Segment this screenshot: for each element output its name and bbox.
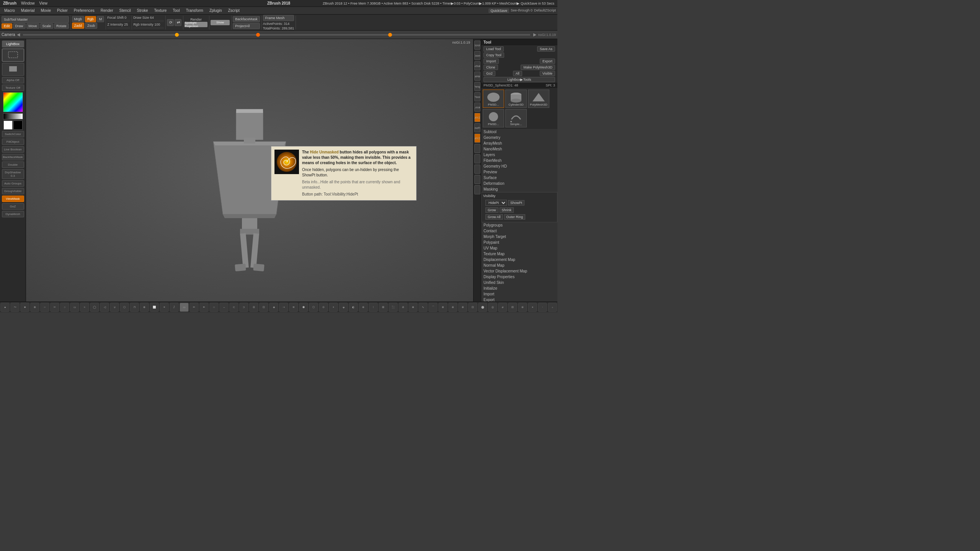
bt-cst2[interactable]: ⊛ [448,303,457,312]
drpshadow-btn[interactable]: DrpShadow 0.3 [2,169,24,179]
menu-picker[interactable]: Picker [54,8,70,13]
app-name[interactable]: ZBrush [3,1,16,5]
nanomesh-section[interactable]: NanoMesh [481,146,557,152]
symmetry-icon2[interactable]: ⇄ [175,19,181,26]
menu-material[interactable]: Material [18,8,38,13]
import-btn[interactable]: Import [483,59,499,64]
m-btn[interactable]: M [97,16,105,22]
backface-mask-btn[interactable]: BackfaceMask [2,154,24,160]
unified-skin-section[interactable]: Unified Skin [481,280,557,285]
dyna-mesh-btn[interactable]: DynaMesh [2,211,24,217]
mrgb-btn[interactable]: Mrgb [72,16,85,22]
select-rect-btn[interactable] [2,49,24,62]
bt-curvebridge[interactable]: ⌣ [219,303,229,312]
thumb-cylinder[interactable]: Cylinder3D [505,90,527,108]
bt-smear[interactable]: ⇢ [279,303,288,312]
rotate-btn[interactable]: Rotate [54,23,69,29]
frame-mesh-btn[interactable]: Frame Mesh [263,15,294,21]
thumb-pmsphere3[interactable]: PM3D... [483,109,504,127]
bt-paint2[interactable]: ◐ [349,303,358,312]
bt-stbs[interactable]: ◈ [269,303,278,312]
bt-pen[interactable]: ✏ [189,303,199,312]
bt-dots[interactable]: ⁝ [369,303,378,312]
bt-dim[interactable]: ⊟ [508,303,517,312]
shrink-btn[interactable]: Shrink [500,207,514,213]
polygroups-section[interactable]: Polygroups [481,222,557,228]
gradient-swatch[interactable] [3,113,23,119]
thumb-polymesh[interactable]: PolyMesh3D [528,90,549,108]
preview-section[interactable]: Preview [481,169,557,175]
bt-zslice[interactable]: ⊗ [408,303,418,312]
bt-curvetube[interactable]: ⊂ [229,303,238,312]
bt-extras2[interactable]: ⋅ [538,303,547,312]
thumb-pm3d[interactable]: PM3D... [483,90,504,108]
subtool-master-btn[interactable]: SubTool Master [2,16,69,23]
bt-stb[interactable]: ⊡ [259,303,268,312]
bt-trim[interactable]: ⊓ [130,303,139,312]
show-btn[interactable]: Show [211,20,230,25]
polypaint-section[interactable]: Polypaint [481,240,557,245]
bt-mask3[interactable]: ◎ [488,303,497,312]
save-as-btn[interactable]: Save As [537,46,555,52]
deformation-section[interactable]: Deformation [481,181,557,186]
bt-inflate[interactable]: ○ [60,303,69,312]
outer-ring-btn[interactable]: Outer Ring [504,214,526,220]
scale-btn[interactable]: Scale [40,23,54,29]
bt-cst[interactable]: ⊕ [438,303,448,312]
menu-window[interactable]: Window [21,1,35,5]
draw-size-slider[interactable] [133,20,164,22]
fill-object-btn[interactable]: FillObject [2,139,24,145]
lightbox-tools-btn[interactable]: Lightbox▶Tools [483,77,555,82]
bt-imask[interactable]: ⊡ [468,303,477,312]
bt-std[interactable]: ★ [20,303,29,312]
thumb-simplebrush[interactable]: ★ Simple... [505,109,527,127]
menu-movie[interactable]: Movie [38,8,54,13]
symmetry-icon1[interactable]: ⟳ [167,19,174,26]
alpha-off-btn[interactable]: Alpha Off [2,77,24,83]
bt-flatten[interactable]: ▭ [70,303,79,312]
make-polymesh-btn[interactable]: Make PolyMesh3D [521,65,555,70]
copy-tool-btn[interactable]: Copy Tool [483,52,504,58]
menu-tool[interactable]: Tool [170,8,182,13]
ri-extra1[interactable] [474,144,480,153]
scroll-btn[interactable]: Scroll [474,41,480,50]
view-mask-btn[interactable]: ViewMask [2,196,24,202]
bt-smooth[interactable]: ≈ [80,303,89,312]
grow-btn[interactable]: Grow [485,207,498,213]
rect-btn[interactable] [2,63,24,76]
bt-snake[interactable]: 〜 [10,303,20,312]
bt-paint[interactable]: ⬙ [339,303,348,312]
all-btn[interactable]: All [513,71,522,76]
bt-layer[interactable]: ≡ [160,303,169,312]
uv-map-section[interactable]: UV Map [481,245,557,251]
texture-map-section[interactable]: Texture Map [481,251,557,257]
actual-btn[interactable]: Actual [474,61,480,70]
line-fill-btn[interactable]: LineFill [474,123,480,132]
texture-off-btn[interactable]: Texture Off [2,85,24,91]
goz-btn[interactable]: GoZ [2,203,24,210]
lightbox-btn[interactable]: LightBox [2,41,24,47]
geometry-section[interactable]: Geometry [481,135,557,140]
surface-section[interactable]: Surface [481,175,557,181]
clone-btn[interactable]: Clone [483,65,498,70]
color-swatch[interactable] [3,92,23,112]
bt-mallet[interactable]: ⊛ [359,303,368,312]
timeline-nav-right[interactable]: ▶ [533,32,536,37]
bt-smooth2[interactable]: ≋ [289,303,298,312]
move-btn[interactable]: Move [26,23,39,29]
menu-zplugin[interactable]: Zplugin [207,8,225,13]
menu-stroke[interactable]: Stroke [134,8,151,13]
auto-groups-btn[interactable]: Auto Groups [2,180,24,187]
vector-disp-section[interactable]: Vector Displacement Map [481,268,557,274]
background-color[interactable] [13,121,23,130]
bt-bg[interactable]: ⬛ [389,303,398,312]
bt-sel[interactable]: ⊞ [379,303,388,312]
bt-pen2[interactable]: ✒ [199,303,209,312]
bt-pinch[interactable]: ◁ [100,303,109,312]
switch-color-btn[interactable]: SwitchColor [2,131,24,137]
showpt-btn[interactable]: ShowPt [508,200,524,205]
spotlight-btn[interactable]: Spotlight Projection [185,22,207,27]
foreground-color[interactable] [3,121,13,130]
quicksave-btn[interactable]: QuickSave [488,8,509,13]
bt-sphere[interactable]: ● [0,303,10,312]
